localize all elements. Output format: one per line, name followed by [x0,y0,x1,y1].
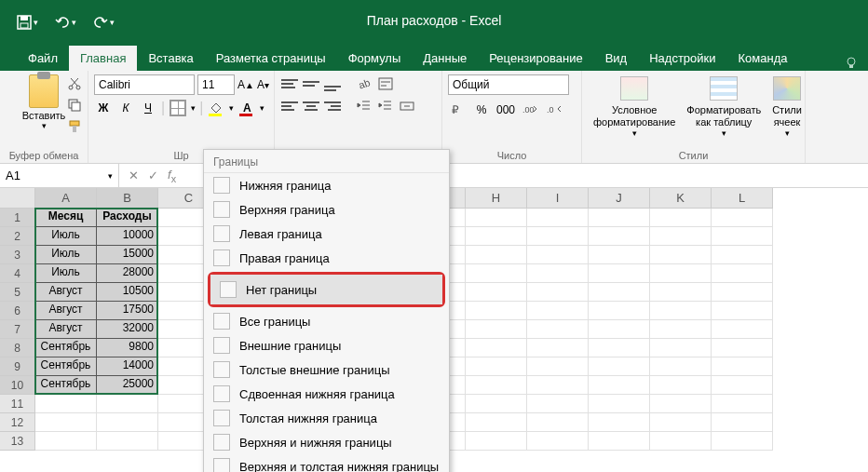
cell[interactable] [650,283,712,302]
tab-view[interactable]: Вид [594,46,639,71]
cell[interactable] [527,320,589,339]
cell[interactable] [650,432,712,451]
column-header[interactable]: I [527,188,589,209]
cell[interactable] [712,320,773,339]
row-header[interactable]: 4 [0,264,35,283]
cell[interactable] [589,320,650,339]
align-bottom-button[interactable] [323,74,342,93]
cell[interactable] [527,227,589,246]
borders-menu-item[interactable]: Внешние границы [204,333,449,357]
cell[interactable]: 10500 [97,283,158,302]
borders-caret-icon[interactable]: ▾ [191,103,196,113]
cell[interactable] [650,209,712,227]
cell[interactable]: Август [35,302,97,320]
cell[interactable] [650,302,712,320]
cell[interactable]: Июль [35,264,97,283]
decrease-decimal-button[interactable]: .0 [545,101,563,119]
cell[interactable] [712,246,773,264]
number-format-select[interactable] [448,74,569,95]
increase-indent-button[interactable] [376,97,395,115]
cell[interactable] [712,209,773,227]
row-header[interactable]: 12 [0,413,35,432]
row-header[interactable]: 9 [0,357,35,376]
borders-menu-item[interactable]: Сдвоенная нижняя граница [204,382,449,406]
tab-team[interactable]: Команда [727,46,799,71]
cell[interactable] [650,395,712,413]
cell[interactable] [466,246,527,264]
font-name-select[interactable] [94,74,195,95]
row-header[interactable]: 7 [0,320,35,339]
name-box[interactable]: A1 ▾ [0,164,119,187]
cell[interactable] [466,320,527,339]
cell[interactable] [650,246,712,264]
borders-menu-item[interactable]: Верхняя и нижняя границы [204,430,449,454]
cell[interactable]: Август [35,283,97,302]
cell[interactable] [589,227,650,246]
align-left-button[interactable] [280,97,299,115]
cell[interactable] [589,357,650,376]
cell[interactable] [527,264,589,283]
cell[interactable] [589,246,650,264]
enter-formula-button[interactable]: ✓ [148,169,158,182]
row-header[interactable]: 1 [0,209,35,227]
format-as-table-button[interactable]: Форматировать как таблицу ▾ [681,74,766,141]
cell[interactable] [589,283,650,302]
cell[interactable] [527,376,589,395]
bold-button[interactable]: Ж [94,99,113,117]
cell[interactable] [650,357,712,376]
borders-menu-item[interactable]: Толстые внешние границы [204,357,449,382]
cell[interactable] [650,320,712,339]
cell[interactable] [712,283,773,302]
orientation-button[interactable]: ab [355,74,373,93]
format-painter-button[interactable] [67,119,82,137]
cell[interactable] [589,209,650,227]
fx-button[interactable]: fx [168,168,176,184]
cell[interactable] [650,264,712,283]
row-header[interactable]: 3 [0,246,35,264]
cell[interactable]: 10000 [97,227,158,246]
cell[interactable]: 17500 [97,302,158,320]
cell[interactable]: Июль [35,227,97,246]
row-header[interactable]: 10 [0,376,35,395]
cell[interactable] [97,413,158,432]
cell[interactable] [650,227,712,246]
row-header[interactable]: 6 [0,302,35,320]
cell[interactable] [589,302,650,320]
cell[interactable] [712,413,773,432]
undo-button[interactable]: ▾ [55,15,76,30]
decrease-font-button[interactable]: A▾ [257,75,269,94]
cell[interactable] [589,395,650,413]
borders-menu-item[interactable]: Нет границы [210,275,442,304]
copy-button[interactable] [67,98,82,115]
cell[interactable] [589,432,650,451]
cell[interactable] [527,209,589,227]
column-header[interactable]: A [35,188,97,209]
row-header[interactable]: 2 [0,227,35,246]
cell[interactable] [35,432,97,451]
tab-data[interactable]: Данные [412,46,478,71]
tab-addins[interactable]: Надстройки [638,46,726,71]
increase-decimal-button[interactable]: .00 [521,101,539,119]
italic-button[interactable]: К [116,99,135,117]
align-right-button[interactable] [323,97,342,115]
wrap-text-button[interactable] [376,74,395,93]
percent-button[interactable]: % [472,101,491,119]
font-color-caret-icon[interactable]: ▾ [260,103,264,113]
tab-insert[interactable]: Вставка [137,46,204,71]
borders-menu-item[interactable]: Левая граница [204,222,449,246]
borders-button[interactable] [169,99,187,117]
row-header[interactable]: 11 [0,395,35,413]
cancel-formula-button[interactable]: ✕ [129,169,139,182]
cell[interactable]: Сентябрь [35,376,97,395]
cell[interactable] [35,395,97,413]
cell[interactable] [712,432,773,451]
align-top-button[interactable] [280,74,299,93]
align-middle-button[interactable] [302,74,320,93]
column-header[interactable]: L [712,188,773,209]
fill-caret-icon[interactable]: ▾ [229,103,234,113]
column-header[interactable]: K [650,188,712,209]
tab-formulas[interactable]: Формулы [337,46,413,71]
increase-font-button[interactable]: A▲ [237,75,254,94]
decrease-indent-button[interactable] [355,97,373,115]
cell[interactable] [712,264,773,283]
